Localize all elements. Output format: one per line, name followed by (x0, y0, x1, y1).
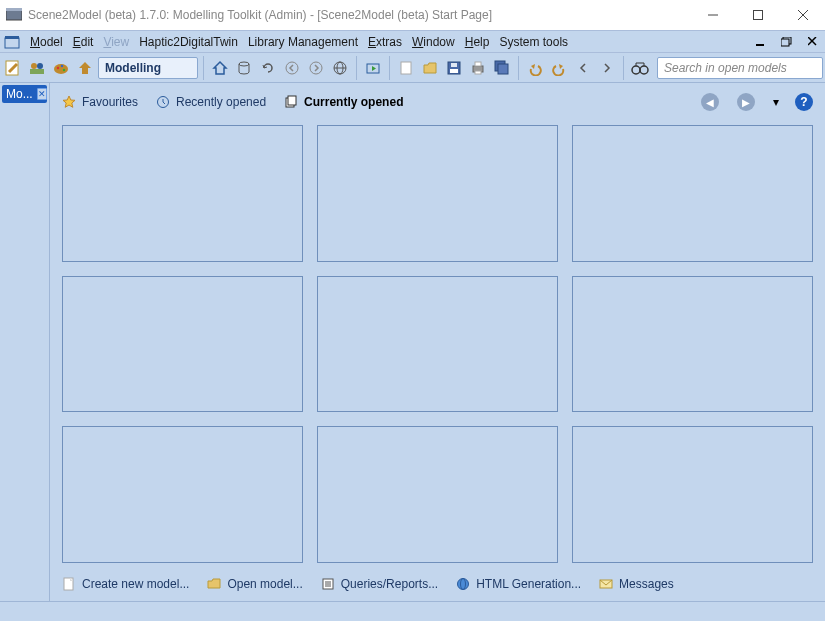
menu-system-tools[interactable]: System tools (499, 35, 568, 49)
model-slot[interactable] (317, 426, 558, 563)
database-button[interactable] (233, 57, 255, 79)
side-tab-model[interactable]: Mo... ✕ (2, 85, 47, 103)
tab-recently-label: Recently opened (176, 95, 266, 109)
mode-selector[interactable]: Modelling (98, 57, 198, 79)
tab-currently-label: Currently opened (304, 95, 403, 109)
model-slot[interactable] (572, 426, 813, 563)
model-slot[interactable] (572, 276, 813, 413)
svg-point-21 (239, 62, 249, 66)
mode-label: Modelling (105, 61, 161, 75)
import-button[interactable] (74, 57, 96, 79)
open-button[interactable] (419, 57, 441, 79)
clock-icon (156, 95, 170, 109)
scroll-right-button[interactable] (596, 57, 618, 79)
globe-button[interactable] (329, 57, 351, 79)
minimize-button[interactable] (690, 0, 735, 30)
dropdown-indicator-icon: ▾ (773, 95, 777, 109)
svg-rect-36 (498, 64, 508, 74)
tab-recently-opened[interactable]: Recently opened (156, 95, 266, 109)
users-button[interactable] (26, 57, 48, 79)
svg-rect-16 (30, 69, 44, 74)
svg-rect-30 (450, 69, 458, 73)
app-icon (6, 8, 28, 22)
link-messages-label: Messages (619, 577, 674, 591)
report-icon (321, 577, 335, 591)
side-tab-close-icon[interactable]: ✕ (37, 88, 47, 100)
model-slot[interactable] (62, 125, 303, 262)
binoculars-button[interactable] (629, 57, 651, 79)
link-html-generation[interactable]: HTML Generation... (456, 577, 581, 591)
bottom-links: Create new model... Open model... Querie… (62, 573, 813, 597)
svg-rect-41 (288, 96, 296, 105)
menu-haptic2digitaltwin[interactable]: Haptic2DigitalTwin (139, 35, 238, 49)
mdi-minimize-button[interactable] (753, 34, 769, 50)
new-button[interactable] (395, 57, 417, 79)
menu-model[interactable]: Model (30, 35, 63, 49)
svg-rect-31 (451, 63, 457, 67)
svg-rect-0 (6, 10, 22, 20)
menu-help[interactable]: Help (465, 35, 490, 49)
menu-extras[interactable]: Extras (368, 35, 402, 49)
undo-button[interactable] (524, 57, 546, 79)
model-slot[interactable] (317, 125, 558, 262)
svg-rect-28 (401, 62, 411, 74)
home-button[interactable] (209, 57, 231, 79)
mdi-restore-button[interactable] (779, 34, 795, 50)
tab-favourites[interactable]: Favourites (62, 95, 138, 109)
menu-view: View (103, 35, 129, 49)
menu-edit[interactable]: Edit (73, 35, 94, 49)
tab-currently-opened[interactable]: Currently opened (284, 95, 403, 109)
menubar: Model Edit View Haptic2DigitalTwin Libra… (0, 30, 825, 53)
svg-point-14 (31, 63, 37, 69)
run-button[interactable] (362, 57, 384, 79)
svg-point-15 (37, 63, 43, 69)
svg-rect-34 (475, 71, 481, 74)
menu-library-management[interactable]: Library Management (248, 35, 358, 49)
titlebar: Scene2Model (beta) 1.7.0: Modelling Tool… (0, 0, 825, 30)
svg-rect-1 (6, 8, 22, 11)
link-open-model[interactable]: Open model... (207, 577, 302, 591)
globe-icon (456, 577, 470, 591)
link-create-new-model[interactable]: Create new model... (62, 577, 189, 591)
svg-rect-10 (781, 39, 789, 46)
star-icon (62, 95, 76, 109)
statusbar (0, 601, 825, 621)
page-back-button[interactable]: ◀ (701, 93, 719, 111)
side-tab-label: Mo... (6, 87, 33, 101)
model-slot[interactable] (317, 276, 558, 413)
svg-point-22 (286, 62, 298, 74)
model-slot[interactable] (62, 426, 303, 563)
refresh-button[interactable] (257, 57, 279, 79)
nav-back-button[interactable] (281, 57, 303, 79)
menu-window[interactable]: Window (412, 35, 455, 49)
help-button[interactable]: ? (795, 93, 813, 111)
maximize-button[interactable] (735, 0, 780, 30)
svg-rect-7 (5, 36, 19, 39)
new-file-icon (62, 577, 76, 591)
scroll-left-button[interactable] (572, 57, 594, 79)
svg-point-38 (640, 66, 648, 74)
close-button[interactable] (780, 0, 825, 30)
link-create-label: Create new model... (82, 577, 189, 591)
svg-rect-33 (475, 62, 481, 66)
edit-model-button[interactable] (2, 57, 24, 79)
page-forward-button[interactable]: ▶ (737, 93, 755, 111)
svg-point-19 (61, 64, 63, 66)
mdi-close-button[interactable] (805, 34, 821, 50)
redo-button[interactable] (548, 57, 570, 79)
search-input[interactable]: Search in open models (657, 57, 823, 79)
palette-button[interactable] (50, 57, 72, 79)
link-open-label: Open model... (227, 577, 302, 591)
link-queries-reports[interactable]: Queries/Reports... (321, 577, 438, 591)
model-slot[interactable] (62, 276, 303, 413)
save-button[interactable] (443, 57, 465, 79)
svg-point-47 (458, 579, 469, 590)
toolbar: Modelling Search in open models (0, 53, 825, 83)
link-html-label: HTML Generation... (476, 577, 581, 591)
window-icon[interactable] (4, 35, 20, 49)
save-all-button[interactable] (491, 57, 513, 79)
print-button[interactable] (467, 57, 489, 79)
nav-forward-button[interactable] (305, 57, 327, 79)
link-messages[interactable]: Messages (599, 577, 674, 591)
model-slot[interactable] (572, 125, 813, 262)
